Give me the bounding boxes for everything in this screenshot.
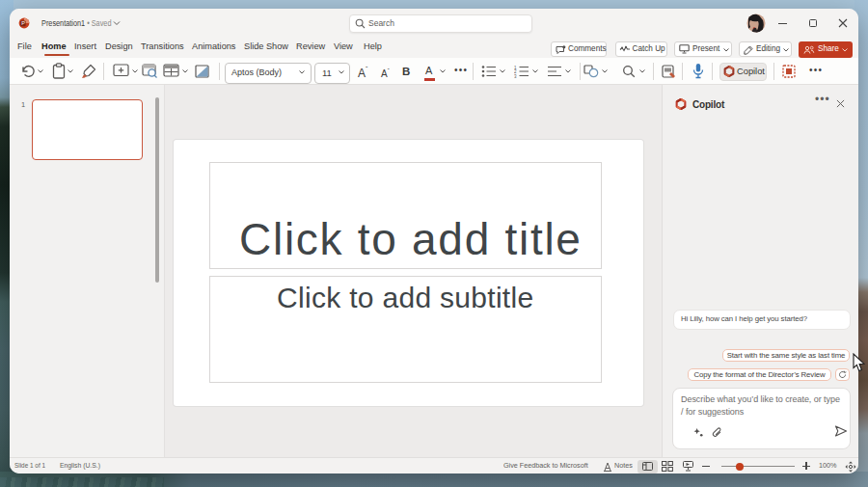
svg-text:P: P — [21, 20, 25, 26]
svg-text:3: 3 — [514, 74, 517, 79]
